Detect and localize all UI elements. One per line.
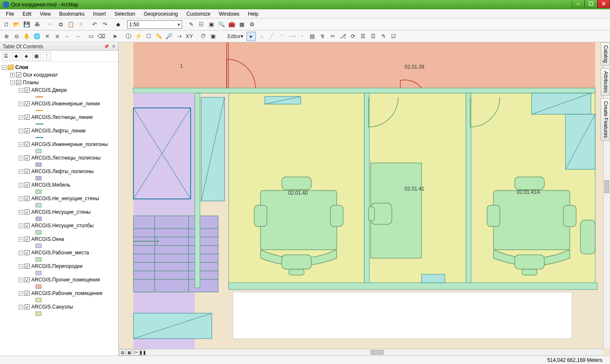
layer-row[interactable]: − ✓ ARCGIS.Мебель <box>1 181 117 189</box>
table-icon[interactable]: ☷ <box>197 20 206 29</box>
layer-row[interactable]: − ✓ ARCGIS.Лестницы_полигоны <box>1 154 117 162</box>
menu-help[interactable]: Help <box>244 10 263 18</box>
expander-icon[interactable]: − <box>2 65 6 70</box>
pan-icon[interactable]: ✋ <box>22 32 31 41</box>
layer-row[interactable]: − ✓ ARCGIS.Двери <box>1 86 117 94</box>
identify-icon[interactable]: ⓘ <box>124 32 133 41</box>
layer-name[interactable]: ARCGIS.Прочие_помещения <box>31 277 100 283</box>
layer-row[interactable]: − ✓ ARCGIS.Санузлы <box>1 303 117 311</box>
tab-attributes[interactable]: Attributes <box>601 68 610 96</box>
trace-icon[interactable]: ⟿ <box>287 32 297 41</box>
layer-row[interactable]: − ✓ ARCGIS.Инженерные_полигоны <box>1 141 117 148</box>
checkbox[interactable]: ✓ <box>25 264 30 269</box>
expander-icon[interactable]: − <box>10 80 15 85</box>
checkbox[interactable]: ✓ <box>25 304 30 309</box>
layer-name[interactable]: ARCGIS.Лестницы_линии <box>31 114 93 120</box>
layer-axes[interactable]: Оси координат <box>23 72 58 78</box>
checkbox[interactable]: ✓ <box>16 72 21 77</box>
layer-row[interactable]: − ✓ ARCGIS.Рабочие_помещения <box>1 290 117 297</box>
layer-row[interactable]: − ✓ ARCGIS.Лифты_линии <box>1 127 117 135</box>
checkbox[interactable]: ✓ <box>25 128 30 133</box>
layer-name[interactable]: ARCGIS.Инженерные_линии <box>31 101 100 107</box>
forward-icon[interactable]: → <box>73 32 82 41</box>
time-slider-icon[interactable]: ⏱ <box>198 32 208 41</box>
layer-name[interactable]: ARCGIS.Окна <box>31 236 64 242</box>
layer-name[interactable]: ARCGIS.Инженерные_полигоны <box>31 141 108 147</box>
layer-name[interactable]: ARCGIS.Лифты_полигоны <box>31 168 94 174</box>
menu-insert[interactable]: Insert <box>89 10 110 18</box>
create-viewer-icon[interactable]: ▣ <box>208 32 218 41</box>
layer-row[interactable]: − ✓ ARCGIS.Перегородки <box>1 262 117 270</box>
menu-file[interactable]: File <box>2 10 18 18</box>
select-features-icon[interactable]: ▭ <box>86 32 96 41</box>
clear-selection-icon[interactable]: ⌫ <box>97 32 106 41</box>
create-features-icon[interactable]: ✎ <box>379 32 388 41</box>
toc-close-icon[interactable]: ✕ <box>112 44 116 49</box>
layer-row[interactable]: − ✓ ARCGIS.Прочие_помещения <box>1 276 117 284</box>
expander-icon[interactable]: − <box>19 278 23 282</box>
pin-icon[interactable]: 📌 <box>104 44 109 49</box>
search-icon[interactable]: 🔍 <box>217 20 226 29</box>
checkbox[interactable]: ✓ <box>25 237 30 242</box>
checkbox[interactable]: ✓ <box>25 223 30 228</box>
toc-tree[interactable]: − Слои + ✓ Оси координат − ✓ Планы − ✓ A… <box>0 62 118 356</box>
layer-row[interactable]: − ✓ ARCGIS.Инженерные_линии <box>1 100 117 108</box>
measure-icon[interactable]: 📏 <box>154 32 164 41</box>
layer-name[interactable]: ARCGIS.Двери <box>31 87 67 93</box>
checkbox[interactable]: ✓ <box>25 101 30 106</box>
editor-toolbar-icon[interactable]: ✎ <box>186 20 196 29</box>
cut-icon[interactable]: ✂ <box>46 20 55 29</box>
checkbox[interactable]: ✓ <box>25 210 30 215</box>
close-button[interactable]: ✕ <box>597 0 610 8</box>
expander-icon[interactable]: − <box>19 102 23 106</box>
reshape-icon[interactable]: ↯ <box>318 32 327 41</box>
fixed-zoomin-icon[interactable]: ⤧ <box>42 32 52 41</box>
checkbox[interactable]: ✓ <box>25 277 30 282</box>
layout-view-icon[interactable]: ▦ <box>126 350 132 356</box>
expander-icon[interactable]: − <box>19 156 23 160</box>
python-icon[interactable]: ▦ <box>237 20 247 29</box>
hyperlink-icon[interactable]: ⚡ <box>134 32 143 41</box>
maximize-button[interactable]: ☐ <box>585 0 597 8</box>
add-data-icon[interactable]: ◆ <box>114 20 123 29</box>
save-icon[interactable]: 💾 <box>22 20 31 29</box>
menu-edit[interactable]: Edit <box>18 10 36 18</box>
copy-icon[interactable]: ⧉ <box>56 20 65 29</box>
layer-row[interactable]: − ✓ ARCGIS.Лифты_полигоны <box>1 168 117 175</box>
open-icon[interactable]: 📂 <box>12 20 21 29</box>
expander-icon[interactable]: − <box>19 169 23 174</box>
refresh-icon[interactable]: ⟳ <box>133 350 139 356</box>
model-builder-icon[interactable]: ⚙ <box>247 20 257 29</box>
toc-root[interactable]: Слои <box>15 64 28 70</box>
back-icon[interactable]: ← <box>63 32 72 41</box>
horizontal-scrollbar[interactable]: ▤ ▦ ⟳ ❚❚ <box>119 349 603 356</box>
layer-name[interactable]: ARCGIS.Мебель <box>31 182 70 188</box>
editor-menu[interactable]: Editor <box>225 32 246 41</box>
checkbox[interactable]: ✓ <box>25 196 30 201</box>
point-icon[interactable]: • <box>297 32 307 41</box>
layer-name[interactable]: ARCGIS.Санузлы <box>31 304 73 310</box>
edit-annotation-icon[interactable]: ↘ <box>257 32 266 41</box>
delete-icon[interactable]: ✕ <box>76 20 86 29</box>
paste-icon[interactable]: 📋 <box>66 20 75 29</box>
layer-name[interactable]: ARCGIS.Лифты_линии <box>31 128 86 134</box>
expander-icon[interactable]: − <box>19 237 23 242</box>
expander-icon[interactable]: − <box>19 251 23 255</box>
expander-icon[interactable]: − <box>19 142 23 147</box>
minimize-button[interactable]: – <box>572 0 585 8</box>
scroll-thumb[interactable] <box>604 180 609 193</box>
select-elements-icon[interactable]: ➤ <box>110 32 119 41</box>
expander-icon[interactable]: − <box>19 223 23 228</box>
layer-name[interactable]: ARCGIS.Перегородки <box>31 263 83 269</box>
list-by-visibility-icon[interactable]: ◈ <box>22 52 30 61</box>
layer-name[interactable]: ARCGIS.Несущие_стены <box>31 209 91 215</box>
expander-icon[interactable]: − <box>19 115 23 120</box>
scroll-thumb[interactable] <box>371 350 383 355</box>
layer-name[interactable]: ARCGIS.Рабочие_места <box>31 250 89 256</box>
list-by-drawing-icon[interactable]: ☰ <box>2 52 10 61</box>
arc-toolbox-icon[interactable]: 🧰 <box>227 20 236 29</box>
data-view-icon[interactable]: ▤ <box>119 350 125 356</box>
checkbox[interactable]: ✓ <box>25 182 30 188</box>
full-extent-icon[interactable]: 🌐 <box>32 32 42 41</box>
checkbox[interactable]: ✓ <box>25 115 30 120</box>
